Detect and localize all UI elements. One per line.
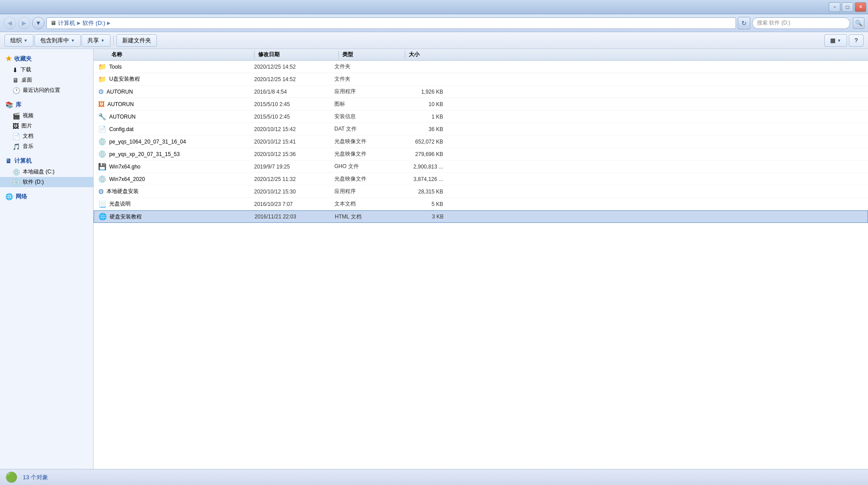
breadcrumb-arrow-2: ▶ <box>107 21 111 25</box>
video-icon: 🎬 <box>12 112 20 119</box>
file-type: 文本文档 <box>334 200 397 208</box>
table-row[interactable]: ⚙ AUTORUN 2016/1/8 4:54应用程序1,926 KB <box>94 86 868 98</box>
sidebar-computer-label: 计算机 <box>14 157 32 165</box>
view-button[interactable]: ▦ ▼ <box>824 34 847 47</box>
file-size: 279,696 KB <box>397 151 450 157</box>
sidebar-item-drive-c[interactable]: 💿 本地磁盘 (C:) <box>0 167 93 177</box>
sidebar-section-library: 📚 库 🎬 视频 🖼 图片 📄 文档 🎵 音乐 <box>0 99 93 152</box>
table-row[interactable]: 🔧 AUTORUN 2015/5/10 2:45安装信息1 KB <box>94 111 868 123</box>
table-row[interactable]: 💿 pe_yqs_1064_20_07_31_16_04 2020/10/12 … <box>94 136 868 148</box>
table-row[interactable]: 📄 Config.dat 2020/10/12 15:42DAT 文件36 KB <box>94 123 868 136</box>
file-type: 安装信息 <box>334 113 397 120</box>
sidebar-item-drive-c-label: 本地磁盘 (C:) <box>23 168 54 176</box>
sidebar-item-drive-d-label: 软件 (D:) <box>23 178 44 186</box>
sidebar-library-header: 📚 库 <box>0 99 93 111</box>
file-type: 文件夹 <box>334 63 397 70</box>
sidebar-item-video[interactable]: 🎬 视频 <box>0 111 93 121</box>
drive-c-icon: 💿 <box>12 169 20 176</box>
file-icon: 🌐 <box>99 213 107 221</box>
file-type: DAT 文件 <box>334 125 397 133</box>
include-button[interactable]: 包含到库中 ▼ <box>34 34 81 47</box>
titlebar: － □ ✕ <box>0 0 868 14</box>
file-icon: 📁 <box>98 63 107 71</box>
sidebar-item-downloads[interactable]: ⬇ 下载 <box>0 65 93 75</box>
sidebar-item-desktop-label: 桌面 <box>21 76 32 84</box>
sidebar-item-music[interactable]: 🎵 音乐 <box>0 141 93 152</box>
file-date: 2016/11/21 22:03 <box>255 214 335 220</box>
col-header-type[interactable]: 类型 <box>342 51 405 58</box>
file-icon: 💾 <box>98 163 107 171</box>
share-chevron-icon: ▼ <box>101 38 105 43</box>
col-header-date[interactable]: 修改日期 <box>258 51 338 58</box>
sidebar-section-computer: 🖥 计算机 💿 本地磁盘 (C:) 💿 软件 (D:) <box>0 155 93 187</box>
sidebar-item-desktop[interactable]: 🖥 桌面 <box>0 75 93 85</box>
table-row[interactable]: 📁 Tools 2020/12/25 14:52文件夹 <box>94 61 868 73</box>
table-row[interactable]: 📁 U盘安装教程 2020/12/25 14:52文件夹 <box>94 73 868 86</box>
file-size: 36 KB <box>397 126 450 132</box>
forward-button[interactable]: ▶ <box>18 17 30 29</box>
col-header-name[interactable]: 名称 <box>94 51 254 58</box>
table-row[interactable]: 🖼 AUTORUN 2015/5/10 2:45图标10 KB <box>94 98 868 111</box>
dropdown-button[interactable]: ▼ <box>32 17 45 29</box>
file-type: 应用程序 <box>334 88 397 95</box>
file-date: 2020/10/12 15:36 <box>254 151 334 157</box>
file-icon: 📁 <box>98 75 107 83</box>
file-type: 图标 <box>334 100 397 108</box>
sidebar-section-favorites: ★ 收藏夹 ⬇ 下载 🖥 桌面 🕐 最近访问的位置 <box>0 53 93 95</box>
documents-icon: 📄 <box>12 133 20 140</box>
file-name: Config.dat <box>109 126 134 132</box>
col-header-size[interactable]: 大小 <box>409 51 462 58</box>
desktop-icon: 🖥 <box>12 77 19 84</box>
table-row[interactable]: 💿 Win7x64_2020 2020/12/25 11:32光盘映像文件3,8… <box>94 173 868 185</box>
breadcrumb-computer[interactable]: 计算机 <box>58 19 75 27</box>
share-label: 共享 <box>87 37 99 45</box>
pictures-icon: 🖼 <box>12 123 19 130</box>
file-size: 3,874,126 ... <box>397 176 450 182</box>
maximize-button[interactable]: □ <box>842 2 853 12</box>
sidebar-item-pictures[interactable]: 🖼 图片 <box>0 121 93 131</box>
search-input[interactable]: 搜索 软件 (D:) <box>752 17 850 29</box>
file-size: 10 KB <box>397 101 450 107</box>
file-size: 3 KB <box>397 214 451 220</box>
minimize-button[interactable]: － <box>829 2 840 12</box>
sidebar-section-network: 🌐 网络 <box>0 191 93 202</box>
address-bar: ◀ ▶ ▼ 🖥 计算机 ▶ 软件 (D:) ▶ ↻ 搜索 软件 (D:) 🔍 <box>0 14 868 32</box>
file-list: 📁 Tools 2020/12/25 14:52文件夹 📁 U盘安装教程 202… <box>94 61 868 469</box>
table-row[interactable]: 💿 pe_yqs_xp_20_07_31_15_53 2020/10/12 15… <box>94 148 868 160</box>
drive-d-icon: 💿 <box>12 179 20 186</box>
file-icon: 📄 <box>98 125 107 133</box>
include-label: 包含到库中 <box>40 37 69 45</box>
file-name: pe_yqs_1064_20_07_31_16_04 <box>109 139 186 145</box>
help-icon: ? <box>855 37 858 44</box>
file-date: 2015/5/10 2:45 <box>254 114 334 120</box>
table-row[interactable]: 📃 光盘说明 2016/10/23 7:07文本文档5 KB <box>94 198 868 210</box>
file-date: 2019/9/7 19:25 <box>254 164 334 170</box>
sidebar-favorites-label: 收藏夹 <box>14 55 32 63</box>
organize-button[interactable]: 组织 ▼ <box>4 34 33 47</box>
sidebar-item-recent[interactable]: 🕐 最近访问的位置 <box>0 85 93 95</box>
search-placeholder: 搜索 软件 (D:) <box>757 19 790 27</box>
new-folder-button[interactable]: 新建文件夹 <box>116 34 157 47</box>
sidebar-item-drive-d[interactable]: 💿 软件 (D:) <box>0 177 93 187</box>
organize-chevron-icon: ▼ <box>24 38 28 43</box>
help-button[interactable]: ? <box>849 34 864 47</box>
content-area: 名称 修改日期 类型 大小 📁 Tools 2020/12/25 14:52文件… <box>94 49 868 469</box>
search-button[interactable]: 🔍 <box>853 17 864 29</box>
sidebar-network-label: 网络 <box>16 193 27 201</box>
file-date: 2020/10/12 15:41 <box>254 139 334 145</box>
toolbar-right: ▦ ▼ ? <box>824 34 864 47</box>
col-sep-2 <box>338 51 339 59</box>
sidebar-item-documents[interactable]: 📄 文档 <box>0 131 93 141</box>
file-name: AUTORUN <box>107 101 134 107</box>
col-sep-3 <box>405 51 405 59</box>
close-button[interactable]: ✕ <box>855 2 866 12</box>
network-sidebar-icon: 🌐 <box>5 193 13 200</box>
breadcrumb-drive[interactable]: 软件 (D:) <box>82 19 105 27</box>
table-row[interactable]: ⚙ 本地硬盘安装 2020/10/12 15:30应用程序28,315 KB <box>94 185 868 198</box>
refresh-button[interactable]: ↻ <box>738 17 750 29</box>
table-row[interactable]: 🌐 硬盘安装教程 2016/11/21 22:03HTML 文档3 KB <box>94 210 868 223</box>
back-button[interactable]: ◀ <box>4 17 16 29</box>
file-size: 5 KB <box>397 201 450 207</box>
share-button[interactable]: 共享 ▼ <box>82 34 111 47</box>
table-row[interactable]: 💾 Win7x64.gho 2019/9/7 19:25GHO 文件2,900,… <box>94 160 868 173</box>
